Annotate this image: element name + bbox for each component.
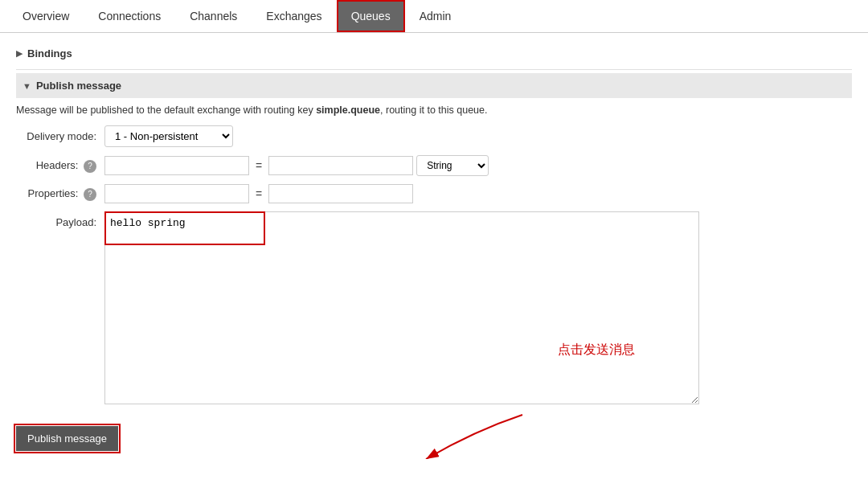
- publish-header[interactable]: ▼ Publish message: [16, 73, 852, 98]
- delivery-mode-label: Delivery mode:: [16, 130, 104, 142]
- properties-label: Properties: ?: [16, 187, 104, 201]
- headers-equals: =: [252, 159, 265, 172]
- headers-value-input[interactable]: [268, 156, 413, 175]
- nav-channels[interactable]: Channels: [175, 0, 252, 32]
- publish-arrow-icon: ▼: [23, 81, 31, 91]
- publish-button-wrapper: Publish message: [16, 418, 852, 451]
- nav-overview[interactable]: Overview: [8, 0, 84, 32]
- navbar: Overview Connections Channels Exchanges …: [0, 0, 868, 33]
- properties-inputs: =: [104, 184, 413, 203]
- nav-admin[interactable]: Admin: [405, 0, 466, 32]
- routing-key: simple.queue: [316, 105, 380, 116]
- headers-help-icon[interactable]: ?: [84, 160, 96, 173]
- main-content: ▶ Bindings ▼ Publish message Message wil…: [0, 33, 868, 459]
- properties-equals: =: [252, 187, 265, 200]
- payload-label: Payload:: [16, 211, 104, 228]
- nav-connections[interactable]: Connections: [84, 0, 175, 32]
- headers-row: Headers: ? = String Number Boolean: [16, 155, 852, 176]
- delivery-mode-row: Delivery mode: 1 - Non-persistent 2 - Pe…: [16, 125, 852, 147]
- info-prefix: Message will be published to the default…: [16, 105, 316, 116]
- info-suffix: , routing it to this queue.: [380, 105, 487, 116]
- properties-key-input[interactable]: [104, 184, 249, 203]
- publish-message-button[interactable]: Publish message: [16, 426, 118, 451]
- payload-textarea[interactable]: [104, 211, 699, 404]
- publish-message-section: ▼ Publish message Message will be publis…: [16, 73, 852, 451]
- headers-label: Headers: ?: [16, 159, 104, 173]
- properties-help-icon[interactable]: ?: [84, 188, 96, 201]
- payload-box-wrapper: [104, 211, 699, 407]
- headers-type-select[interactable]: String Number Boolean: [416, 155, 489, 176]
- bindings-header[interactable]: ▶ Bindings: [16, 41, 852, 66]
- bindings-title: Bindings: [27, 47, 72, 59]
- headers-inputs: = String Number Boolean: [104, 155, 489, 176]
- headers-key-input[interactable]: [104, 156, 249, 175]
- publish-section-title: Publish message: [36, 80, 121, 92]
- properties-row: Properties: ? =: [16, 184, 852, 203]
- bindings-arrow-icon: ▶: [16, 48, 23, 59]
- bindings-divider: [16, 69, 852, 70]
- properties-value-input[interactable]: [268, 184, 413, 203]
- delivery-mode-select[interactable]: 1 - Non-persistent 2 - Persistent: [104, 125, 233, 147]
- nav-queues[interactable]: Queues: [337, 0, 405, 32]
- bindings-section: ▶ Bindings: [16, 41, 852, 70]
- info-text: Message will be published to the default…: [16, 105, 852, 116]
- nav-exchanges[interactable]: Exchanges: [252, 0, 336, 32]
- payload-container: 点击发送消息: [104, 211, 699, 407]
- payload-row: Payload: 点击发送消息: [16, 211, 852, 407]
